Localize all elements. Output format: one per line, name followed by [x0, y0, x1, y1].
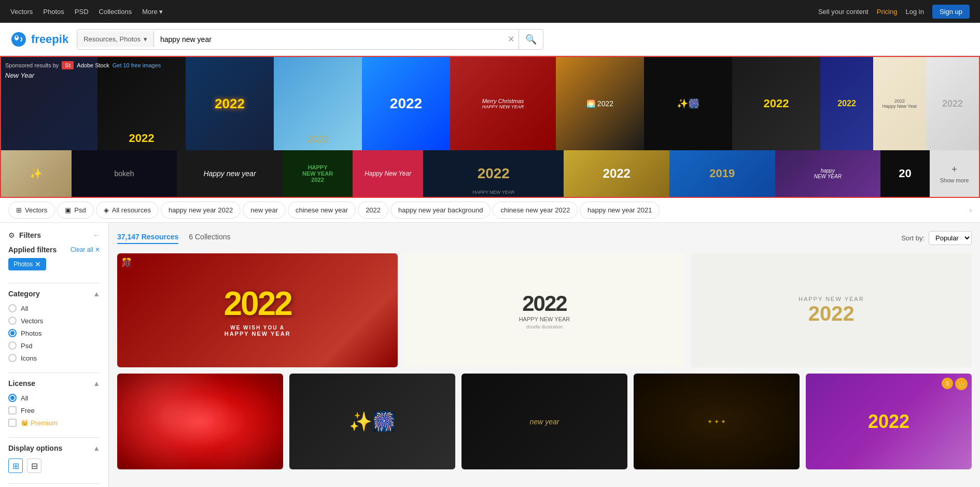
category-all[interactable]: All — [8, 304, 100, 312]
free-images-link[interactable]: Get 10 free images — [113, 62, 161, 68]
category-section-header[interactable]: Category ▲ — [8, 290, 100, 298]
filter-tab-happy-new-year-2022[interactable]: happy new year 2022 — [161, 202, 241, 219]
banner-row2-5[interactable]: Happy New Year — [353, 150, 423, 197]
image-card-7[interactable]: ✦ ✦ ✦ — [634, 374, 800, 469]
banner-image-6[interactable]: Merry ChristmasHAPPY NEW YEAR — [450, 57, 556, 150]
resources-tab[interactable]: 37,147 Resources — [117, 233, 178, 244]
license-section: License ▲ All Free 👑 Premium — [8, 379, 100, 427]
license-section-header[interactable]: License ▲ — [8, 379, 100, 388]
svg-point-0 — [11, 32, 26, 47]
clear-all-button[interactable]: Clear all ✕ — [71, 246, 100, 253]
filter-tab-psd[interactable]: ▣ Psd — [57, 202, 93, 219]
grid-view-button[interactable]: ⊞ — [8, 459, 23, 473]
filter-tab-chinese-new-year[interactable]: chinese new year — [288, 202, 356, 219]
category-title: Category — [8, 290, 40, 298]
pricing-link[interactable]: Pricing — [877, 8, 898, 16]
banner-image-7[interactable]: 🌅 2022 — [556, 57, 644, 150]
banner-row2-7[interactable]: 2022 — [564, 150, 669, 197]
radio-psd-icon — [8, 341, 17, 350]
banner-row2-3[interactable]: Happy new year — [177, 150, 283, 197]
checkbox-free-icon — [8, 406, 17, 414]
sponsored-by-text: Sponsored results by — [5, 62, 59, 68]
banner-row2-8[interactable]: 2019 — [669, 150, 775, 197]
search-submit-button[interactable]: 🔍 — [519, 30, 543, 49]
crown-icon: 👑 — [21, 419, 29, 426]
image-card-1[interactable]: 2022 WE WISH YOU A HAPPY NEW YEAR 🎊 — [117, 253, 398, 367]
image-card-2[interactable]: 2022 HAPPY NEW YEAR doodle illustration — [404, 253, 684, 367]
filter-tab-2022[interactable]: 2022 — [358, 202, 388, 219]
adobe-badge: St — [62, 61, 74, 69]
photos-chip-close-button[interactable]: ✕ — [35, 260, 41, 268]
banner-row2-9[interactable]: happyNEW YEAR — [775, 150, 881, 197]
nav-vectors[interactable]: Vectors — [10, 8, 33, 16]
image-card-4[interactable] — [117, 374, 283, 469]
display-options-header[interactable]: Display options ▲ — [8, 444, 100, 452]
card7-bokeh: ✦ ✦ ✦ — [707, 418, 726, 425]
search-clear-button[interactable]: ✕ — [503, 30, 519, 48]
tabs-next-chevron-icon[interactable]: › — [970, 207, 972, 214]
sell-content-link[interactable]: Sell your content — [818, 8, 869, 16]
banner-row2-6[interactable]: 2022 HAPPY NEW YEAR — [423, 150, 564, 197]
category-psd[interactable]: Psd — [8, 341, 100, 350]
divider-4 — [8, 483, 100, 484]
banner-image-1[interactable]: New Year — [1, 57, 97, 150]
banner-image-8[interactable]: ✨🎆 — [644, 57, 732, 150]
sidebar: ⚙ Filters ← Applied filters Clear all ✕ … — [0, 223, 109, 487]
sidebar-collapse-icon[interactable]: ← — [93, 231, 100, 239]
category-options: All Vectors Photos Psd Icons — [8, 304, 100, 362]
radio-icons-icon — [8, 354, 17, 362]
signup-button[interactable]: Sign up — [932, 5, 970, 19]
nav-collections[interactable]: Collections — [99, 8, 132, 16]
card8-year: 2022 — [868, 411, 909, 433]
results-tabs: 37,147 Resources 6 Collections — [117, 233, 230, 244]
vectors-icon: ⊞ — [16, 206, 22, 214]
banner-image-12[interactable]: 2022 — [926, 57, 979, 150]
license-free[interactable]: Free — [8, 406, 100, 414]
banner-image-10[interactable]: 2022 — [820, 57, 873, 150]
filter-tab-all-resources[interactable]: ◈ All resources — [96, 202, 159, 219]
login-link[interactable]: Log in — [905, 8, 923, 16]
image-card-6[interactable]: new year — [461, 374, 627, 469]
filter-tab-new-year[interactable]: new year — [243, 202, 286, 219]
nav-psd[interactable]: PSD — [75, 8, 89, 16]
adobe-stock-name: Adobe Stock — [77, 62, 109, 68]
filter-tab-happy-new-year-2021[interactable]: happy new year 2021 — [580, 202, 660, 219]
category-icons[interactable]: Icons — [8, 354, 100, 362]
banner-row2-1[interactable]: ✨ — [1, 150, 72, 197]
search-input[interactable] — [154, 31, 503, 48]
logo[interactable]: freepik — [10, 31, 68, 48]
banner-row2-4[interactable]: HAPPYNEW YEAR2022 — [283, 150, 353, 197]
banner-row2-2[interactable]: bokeh — [72, 150, 177, 197]
applied-filters-title: Applied filters — [8, 246, 57, 254]
image-card-3[interactable]: HAPPY NEW YEAR 2022 — [691, 253, 972, 367]
image-card-5[interactable]: ✨🎆 — [289, 374, 455, 469]
banner-image-11[interactable]: 2022Happy New Year — [873, 57, 926, 150]
image-card-8[interactable]: 2022 👑 S — [806, 374, 972, 469]
filter-tab-chinese-new-year-2022[interactable]: chinese new year 2022 — [493, 202, 578, 219]
banner-image-3[interactable]: 2022 — [186, 57, 274, 150]
search-category-dropdown[interactable]: Resources, Photos ▾ — [77, 31, 154, 47]
show-more-button[interactable]: + Show more — [930, 150, 979, 197]
all-resources-icon: ◈ — [104, 206, 109, 214]
sort-select[interactable]: Popular — [929, 231, 972, 245]
logo-text: freepik — [31, 33, 68, 46]
top-navigation: Vectors Photos PSD Collections More ▾ Se… — [0, 0, 980, 23]
list-view-button[interactable]: ⊟ — [27, 459, 41, 473]
site-header: freepik Resources, Photos ▾ ✕ 🔍 — [0, 23, 980, 56]
filter-tab-vectors[interactable]: ⊞ Vectors — [8, 202, 55, 219]
radio-photos-icon — [8, 329, 17, 337]
banner-image-9[interactable]: 2022 — [732, 57, 820, 150]
license-all[interactable]: All — [8, 394, 100, 402]
banner-row2-10[interactable]: 20 — [880, 150, 930, 197]
card6-text: new year — [530, 418, 559, 426]
banner-image-5[interactable]: 2022 — [362, 57, 450, 150]
banner-image-4[interactable]: 2022 — [274, 57, 362, 150]
filter-tab-happy-new-year-background[interactable]: happy new year background — [390, 202, 491, 219]
nav-more[interactable]: More ▾ — [142, 8, 163, 16]
category-photos[interactable]: Photos — [8, 329, 100, 337]
banner-image-2[interactable]: 2022 — [97, 57, 186, 150]
category-vectors[interactable]: Vectors — [8, 317, 100, 325]
collections-tab[interactable]: 6 Collections — [189, 233, 230, 244]
nav-photos[interactable]: Photos — [43, 8, 64, 16]
license-premium[interactable]: 👑 Premium — [8, 419, 100, 427]
